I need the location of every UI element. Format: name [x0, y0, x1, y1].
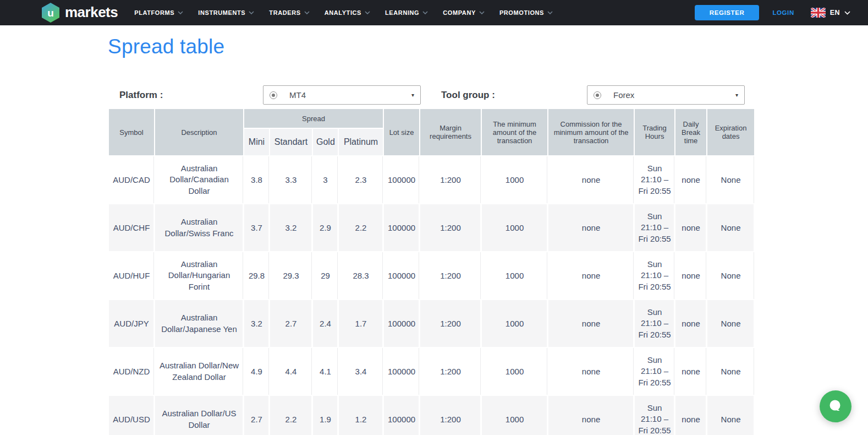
- cell-expiration: None: [707, 348, 754, 395]
- table-row: AUD/HUFAustralian Dollar/Hungarian Forin…: [109, 252, 754, 299]
- cell-description: Australian Dollar/US Dollar: [155, 396, 243, 435]
- cell-standart: 2.7: [270, 300, 312, 347]
- brand-logo[interactable]: u markets: [41, 2, 118, 23]
- cell-gold: 2.9: [313, 204, 338, 251]
- cell-commission: none: [548, 252, 634, 299]
- cell-expiration: None: [707, 204, 754, 251]
- nav-item-instruments[interactable]: INSTRUMENTS: [198, 9, 254, 16]
- cell-margin: 1:200: [420, 348, 481, 395]
- table-row: AUD/JPYAustralian Dollar/Japanese Yen3.2…: [109, 300, 754, 347]
- uk-flag-icon: [811, 8, 826, 18]
- header-commission: Commission for the minimum amount of the…: [548, 109, 634, 155]
- nav-item-label: TRADERS: [269, 9, 300, 16]
- login-link[interactable]: LOGIN: [772, 9, 794, 16]
- cell-min-amount: 1000: [482, 156, 547, 203]
- content: Spread table Platform : MT4 ▾ Tool group…: [108, 35, 755, 435]
- spread-table-body: AUD/CADAustralian Dollar/Canadian Dollar…: [109, 156, 754, 435]
- chevron-down-icon: [304, 11, 310, 14]
- chat-button[interactable]: [820, 390, 851, 422]
- chevron-down-icon: [365, 11, 370, 14]
- cell-expiration: None: [707, 300, 754, 347]
- cell-commission: none: [548, 348, 634, 395]
- cell-commission: none: [548, 204, 634, 251]
- chevron-down-icon: [249, 11, 254, 14]
- cell-symbol: AUD/CHF: [109, 204, 154, 251]
- nav-item-analytics[interactable]: ANALYTICS: [325, 9, 370, 16]
- platform-select-value: MT4: [289, 90, 411, 100]
- cell-gold: 3: [313, 156, 338, 203]
- cell-lot-size: 100000: [384, 204, 419, 251]
- cell-trading-hours: Sun 21:10 – Fri 20:55: [635, 300, 674, 347]
- main-menu: PLATFORMS INSTRUMENTS TRADERS ANALYTICS …: [134, 9, 553, 16]
- cell-gold: 2.4: [313, 300, 338, 347]
- cell-min-amount: 1000: [482, 348, 547, 395]
- cell-description: Australian Dollar/Canadian Dollar: [155, 156, 243, 203]
- tool-group-select-value: Forex: [613, 90, 735, 100]
- umarkets-hexagon-icon: u: [41, 2, 60, 23]
- cell-gold: 1.9: [313, 396, 338, 435]
- cell-gold: 29: [313, 252, 338, 299]
- cell-lot-size: 100000: [384, 156, 419, 203]
- nav-item-traders[interactable]: TRADERS: [269, 9, 309, 16]
- dropdown-arrow-icon: ▾: [411, 93, 414, 98]
- header-min-amount: The minimum amount of the transaction: [482, 109, 547, 155]
- chevron-down-icon: [547, 11, 553, 14]
- brand-letter: u: [47, 7, 54, 19]
- table-row: AUD/CADAustralian Dollar/Canadian Dollar…: [109, 156, 754, 203]
- filters: Platform : MT4 ▾ Tool group : Forex ▾: [108, 85, 755, 105]
- cell-gold: 4.1: [313, 348, 338, 395]
- cell-description: Australian Dollar/New Zealand Dollar: [155, 348, 243, 395]
- cell-lot-size: 100000: [384, 252, 419, 299]
- cell-trading-hours: Sun 21:10 – Fri 20:55: [635, 252, 674, 299]
- cell-platinum: 1.7: [339, 300, 383, 347]
- cell-mini: 2.7: [244, 396, 269, 435]
- top-nav: u markets PLATFORMS INSTRUMENTS TRADERS …: [0, 0, 868, 25]
- platform-select[interactable]: MT4 ▾: [263, 85, 421, 105]
- header-lot-size: Lot size: [384, 109, 419, 155]
- cell-commission: none: [548, 396, 634, 435]
- cell-description: Australian Dollar/Japanese Yen: [155, 300, 243, 347]
- cell-commission: none: [548, 300, 634, 347]
- cell-standart: 29.3: [270, 252, 312, 299]
- cell-expiration: None: [707, 156, 754, 203]
- nav-item-company[interactable]: COMPANY: [443, 9, 485, 16]
- cell-daily-break: none: [675, 348, 706, 395]
- nav-item-promotions[interactable]: PROMOTIONS: [499, 9, 553, 16]
- chevron-down-icon: [178, 11, 183, 14]
- cell-standart: 3.3: [270, 156, 312, 203]
- nav-item-platforms[interactable]: PLATFORMS: [134, 9, 183, 16]
- cell-symbol: AUD/CAD: [109, 156, 154, 203]
- cell-standart: 2.2: [270, 396, 312, 435]
- language-selector[interactable]: EN: [811, 8, 850, 18]
- cell-daily-break: none: [675, 156, 706, 203]
- header-expiration: Expiration dates: [707, 109, 754, 155]
- cell-standart: 4.4: [270, 348, 312, 395]
- header-spread-mini: Mini: [244, 129, 269, 155]
- cell-daily-break: none: [675, 396, 706, 435]
- chevron-down-icon: [844, 11, 850, 15]
- cell-mini: 4.9: [244, 348, 269, 395]
- cell-description: Australian Dollar/Hungarian Forint: [155, 252, 243, 299]
- cell-platinum: 2.3: [339, 156, 383, 203]
- register-button[interactable]: REGISTER: [695, 5, 760, 20]
- nav-item-label: INSTRUMENTS: [198, 9, 245, 16]
- spread-table: Symbol Description Spread Lot size Margi…: [108, 108, 755, 435]
- cell-platinum: 1.2: [339, 396, 383, 435]
- tool-group-label: Tool group :: [441, 90, 587, 101]
- radio-icon: [594, 91, 601, 99]
- header-spread: Spread: [244, 109, 383, 128]
- language-code: EN: [830, 9, 840, 17]
- cell-min-amount: 1000: [482, 252, 547, 299]
- nav-item-label: COMPANY: [443, 9, 476, 16]
- cell-margin: 1:200: [420, 300, 481, 347]
- nav-item-learning[interactable]: LEARNING: [385, 9, 428, 16]
- table-row: AUD/USDAustralian Dollar/US Dollar2.72.2…: [109, 396, 754, 435]
- tool-group-select[interactable]: Forex ▾: [587, 85, 745, 105]
- cell-trading-hours: Sun 21:10 – Fri 20:55: [635, 348, 674, 395]
- cell-expiration: None: [707, 252, 754, 299]
- cell-min-amount: 1000: [482, 300, 547, 347]
- cell-symbol: AUD/JPY: [109, 300, 154, 347]
- cell-margin: 1:200: [420, 396, 481, 435]
- brand-name: markets: [65, 5, 118, 21]
- cell-mini: 3.8: [244, 156, 269, 203]
